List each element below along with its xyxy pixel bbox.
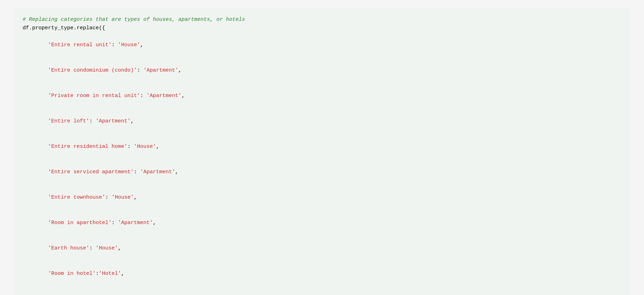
entry-entire-residential: 'Entire residential home': 'House', <box>23 134 621 159</box>
entry-private-room-bnb: 'Private room in bed and breakfast':'Hou… <box>23 287 621 295</box>
entry-private-room-rental: 'Private room in rental unit': 'Apartmen… <box>23 83 621 109</box>
code-block-1: # Replacing categories that are types of… <box>14 8 630 295</box>
comment-line-1: # Replacing categories that are types of… <box>23 16 621 24</box>
entry-entire-townhouse: 'Entire townhouse': 'House', <box>23 185 621 210</box>
entry-room-aparthotel: 'Room in aparthotel': 'Apartment', <box>23 210 621 236</box>
entry-entire-rental: 'Entire rental unit': 'House', <box>23 32 621 58</box>
entry-entire-condo: 'Entire condominium (condo)': 'Apartment… <box>23 58 621 83</box>
entry-earth-house: 'Earth house': 'House', <box>23 236 621 261</box>
entry-room-hotel: 'Room in hotel':'Hotel', <box>23 261 621 287</box>
entry-entire-loft: 'Entire loft': 'Apartment', <box>23 109 621 134</box>
replace-call-open: df.property_type.replace({ <box>23 24 621 32</box>
entry-entire-serviced: 'Entire serviced apartment': 'Apartment'… <box>23 159 621 185</box>
